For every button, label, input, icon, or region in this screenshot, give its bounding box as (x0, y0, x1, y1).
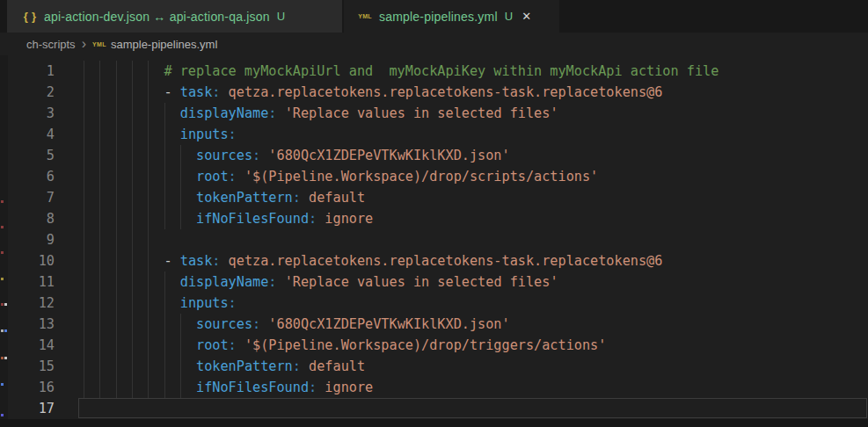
line-number[interactable]: 4 (0, 124, 55, 145)
code-text: ifNoFilesFound: ignore (84, 208, 373, 229)
untracked-badge: U (505, 10, 514, 23)
breadcrumb-folder[interactable]: ch-scripts (26, 38, 76, 51)
tab-api-action-diff[interactable]: { } api-action-dev.json ↔ api-action-qa.… (7, 0, 342, 33)
line-number[interactable]: 6 (0, 166, 55, 187)
code-text: inputs: (84, 124, 237, 145)
code-text: root: '$(Pipeline.Workspace)/drop/trigge… (84, 335, 606, 356)
code-text: # replace myMockApiUrl and myMockApiKey … (84, 61, 718, 82)
code-line[interactable]: 6 root: '$(Pipeline.Workspace)/drop/scri… (0, 166, 868, 187)
line-number[interactable]: 12 (0, 293, 55, 314)
code-text: displayName: 'Replace values in selected… (84, 103, 558, 124)
breadcrumb-file[interactable]: sample-pipelines.yml (111, 38, 217, 51)
code-line[interactable]: 10 - task: qetza.replacetokens.replaceto… (0, 250, 868, 271)
code-line[interactable]: 3 displayName: 'Replace values in select… (0, 103, 868, 124)
tab-bar: { } api-action-dev.json ↔ api-action-qa.… (0, 0, 868, 33)
line-number[interactable]: 16 (0, 377, 55, 398)
line-number[interactable]: 1 (0, 61, 55, 82)
code-line[interactable]: 15 tokenPattern: default (0, 356, 868, 377)
vscode-window: { } api-action-dev.json ↔ api-action-qa.… (0, 0, 868, 427)
bottom-panel-edge (0, 419, 868, 427)
code-text: - task: qetza.replacetokens.replacetoken… (84, 250, 662, 271)
code-text: tokenPattern: default (84, 187, 365, 208)
line-number[interactable]: 10 (0, 250, 55, 271)
code-line[interactable]: 13 sources: '680QcX1ZDEPeVTKwKIklKXD.jso… (0, 314, 868, 335)
tab-label: sample-pipelines.yml (379, 10, 498, 24)
code-text: inputs: (84, 293, 237, 314)
code-line[interactable]: 16 ifNoFilesFound: ignore (0, 377, 868, 398)
yaml-file-icon: YML (357, 13, 373, 19)
code-text: ifNoFilesFound: ignore (84, 377, 373, 398)
code-line[interactable]: 7 tokenPattern: default (0, 187, 868, 208)
code-line[interactable]: 2 - task: qetza.replacetokens.replacetok… (0, 82, 868, 103)
tab-label: api-action-dev.json ↔ api-action-qa.json (44, 10, 270, 24)
line-number[interactable]: 5 (0, 145, 55, 166)
code-line[interactable]: 17 (0, 398, 868, 419)
code-line[interactable]: 11 displayName: 'Replace values in selec… (0, 271, 868, 293)
line-number[interactable]: 14 (0, 335, 55, 356)
code-line[interactable]: 9 (0, 229, 868, 250)
line-number[interactable]: 2 (0, 82, 55, 103)
code-line[interactable]: 4 inputs: (0, 124, 868, 145)
line-number[interactable]: 9 (0, 229, 55, 250)
tab-sample-pipelines[interactable]: YML sample-pipelines.yml U ✕ (344, 0, 559, 33)
code-lines: 1 # replace myMockApiUrl and myMockApiKe… (0, 61, 868, 419)
untracked-badge: U (277, 10, 286, 23)
code-text: tokenPattern: default (84, 356, 365, 377)
code-text: sources: '680QcX1ZDEPeVTKwKIklKXD.json' (84, 145, 510, 166)
code-line[interactable]: 14 root: '$(Pipeline.Workspace)/drop/tri… (0, 335, 868, 356)
json-file-icon: { } (22, 10, 38, 23)
code-line[interactable]: 12 inputs: (0, 293, 868, 314)
code-line[interactable]: 8 ifNoFilesFound: ignore (0, 208, 868, 229)
line-number[interactable]: 8 (0, 208, 55, 229)
line-number[interactable]: 3 (0, 103, 55, 124)
breadcrumb: ch-scripts › YML sample-pipelines.yml (0, 33, 868, 55)
line-number[interactable]: 11 (0, 271, 55, 293)
yaml-file-icon: YML (92, 41, 106, 47)
line-number[interactable]: 7 (0, 187, 55, 208)
line-number[interactable]: 13 (0, 314, 55, 335)
chevron-right-icon: › (82, 38, 86, 50)
line-number[interactable]: 17 (0, 398, 55, 419)
code-line[interactable]: 1 # replace myMockApiUrl and myMockApiKe… (0, 61, 868, 82)
code-text: - task: qetza.replacetokens.replacetoken… (84, 82, 662, 103)
line-number[interactable]: 15 (0, 356, 55, 377)
code-text: root: '$(Pipeline.Workspace)/drop/script… (84, 166, 598, 187)
code-editor[interactable]: 1 # replace myMockApiUrl and myMockApiKe… (0, 55, 868, 419)
close-icon[interactable]: ✕ (522, 11, 531, 22)
code-line[interactable]: 5 sources: '680QcX1ZDEPeVTKwKIklKXD.json… (0, 145, 868, 166)
code-text: sources: '680QcX1ZDEPeVTKwKIklKXD.json' (84, 314, 510, 335)
code-text: displayName: 'Replace values in selected… (84, 271, 558, 293)
